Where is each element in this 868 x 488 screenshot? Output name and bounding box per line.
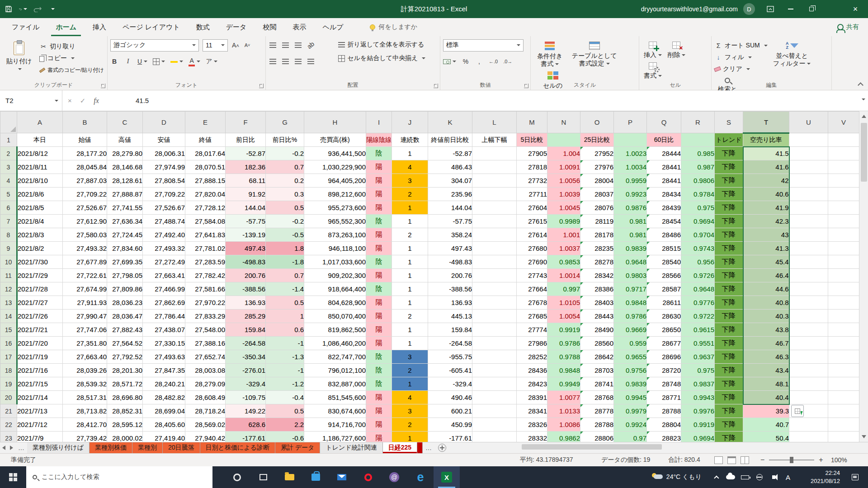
- ime-indicator[interactable]: A: [782, 466, 794, 488]
- cell-B18[interactable]: 28,039.26: [63, 364, 107, 377]
- ribbon-tab-ページ レイアウト[interactable]: ページ レイアウト: [114, 18, 188, 36]
- cell-D6[interactable]: 27,526.67: [143, 201, 185, 215]
- column-header-N[interactable]: N: [547, 112, 580, 133]
- cell-O13[interactable]: 28403: [580, 296, 614, 310]
- cell-N15[interactable]: 0.9919: [547, 323, 580, 337]
- sheet-overflow-right[interactable]: …: [423, 442, 434, 453]
- cell-U9[interactable]: [789, 242, 828, 255]
- cell-T3[interactable]: 41.6: [743, 160, 789, 174]
- cell-H3[interactable]: 1,030,229,900: [304, 160, 366, 174]
- cell-A7[interactable]: 2021/8/4: [17, 215, 63, 228]
- cell-T14[interactable]: 40.3: [743, 310, 789, 323]
- cell-R22[interactable]: 0.9919: [681, 418, 715, 432]
- cell-Q2[interactable]: 28444: [647, 147, 681, 160]
- cell-F20[interactable]: -109.75: [226, 391, 266, 404]
- taskbar-app-store[interactable]: [302, 466, 329, 488]
- cell-G20[interactable]: -0.4: [266, 391, 304, 404]
- cell-O16[interactable]: 28560: [580, 337, 614, 350]
- cell-A17[interactable]: 2021/7/19: [17, 350, 63, 364]
- cell-J20[interactable]: 4: [392, 391, 428, 404]
- column-header-J[interactable]: J: [392, 112, 428, 133]
- cell-H9[interactable]: 946,118,100: [304, 242, 366, 255]
- cell-L12[interactable]: [472, 282, 517, 296]
- align-center-icon[interactable]: [281, 57, 289, 66]
- cell-I14[interactable]: 陽: [366, 310, 392, 323]
- cell-Q23[interactable]: 28823: [647, 432, 681, 442]
- cell-H17[interactable]: 822,747,700: [304, 350, 366, 364]
- cell-K19[interactable]: -329.4: [428, 377, 472, 391]
- row-header-20[interactable]: 20: [0, 391, 17, 404]
- close-button[interactable]: ×: [843, 0, 868, 18]
- cell-K13[interactable]: 136.93: [428, 296, 472, 310]
- cell-R5[interactable]: 0.9784: [681, 188, 715, 201]
- cell-V3[interactable]: [828, 160, 859, 174]
- cell-M14[interactable]: 27685: [517, 310, 547, 323]
- column-header-A[interactable]: A: [17, 112, 63, 133]
- cell-M5[interactable]: 27711: [517, 188, 547, 201]
- cell-O21[interactable]: 28778: [580, 404, 614, 418]
- cell-S23[interactable]: 下降: [715, 432, 743, 442]
- cell-A19[interactable]: 2021/7/15: [17, 377, 63, 391]
- cell-R7[interactable]: 0.9694: [681, 215, 715, 228]
- cell-P13[interactable]: 0.9848: [614, 296, 647, 310]
- onedrive-cloud-icon[interactable]: [724, 466, 737, 488]
- row-header-10[interactable]: 10: [0, 255, 17, 269]
- cell-U15[interactable]: [789, 323, 828, 337]
- cell-H1[interactable]: 売買高(株): [304, 133, 366, 147]
- cell-S6[interactable]: 下降: [715, 201, 743, 215]
- cell-A4[interactable]: 2021/8/10: [17, 174, 63, 188]
- cell-V8[interactable]: [828, 228, 859, 242]
- sort-filter-button[interactable]: AZ 並べ替えとフィルター: [769, 38, 814, 67]
- cell-K1[interactable]: 終値前日比較: [428, 133, 472, 147]
- cell-J17[interactable]: 3: [392, 350, 428, 364]
- cell-R2[interactable]: 0.985: [681, 147, 715, 160]
- cell-F9[interactable]: 497.43: [226, 242, 266, 255]
- cell-H16[interactable]: 1,086,460,200: [304, 337, 366, 350]
- cell-K17[interactable]: -955.75: [428, 350, 472, 364]
- cell-I5[interactable]: 陽: [366, 188, 392, 201]
- cell-A18[interactable]: 2021/7/16: [17, 364, 63, 377]
- cell-M2[interactable]: 27905: [517, 147, 547, 160]
- cell-K16[interactable]: -264.58: [428, 337, 472, 350]
- column-header-O[interactable]: O: [580, 112, 614, 133]
- cell-P23[interactable]: 0.97: [614, 432, 647, 442]
- number-dialog-launcher-icon[interactable]: [524, 84, 528, 88]
- cell-L20[interactable]: [472, 391, 517, 404]
- cell-U1[interactable]: [789, 133, 828, 147]
- cell-S20[interactable]: 下降: [715, 391, 743, 404]
- cell-C21[interactable]: 28,852.31: [107, 404, 143, 418]
- cell-J1[interactable]: 連続数: [392, 133, 428, 147]
- cell-V23[interactable]: [828, 432, 859, 442]
- cell-S12[interactable]: 下降: [715, 282, 743, 296]
- cell-K9[interactable]: 497.43: [428, 242, 472, 255]
- cell-V13[interactable]: [828, 296, 859, 310]
- cell-E8[interactable]: 27,641.83: [185, 228, 226, 242]
- taskbar-app-edge[interactable]: e: [407, 466, 434, 488]
- cell-G6[interactable]: 0.5: [266, 201, 304, 215]
- row-header-15[interactable]: 15: [0, 323, 17, 337]
- cell-R9[interactable]: 0.9743: [681, 242, 715, 255]
- cell-Q21[interactable]: 28788: [647, 404, 681, 418]
- horizontal-scrollbar[interactable]: [520, 444, 854, 450]
- cell-U23[interactable]: [789, 432, 828, 442]
- cell-F10[interactable]: -498.83: [226, 255, 266, 269]
- column-header-L[interactable]: L: [472, 112, 517, 133]
- cell-D21[interactable]: 28,699.04: [143, 404, 185, 418]
- cell-G11[interactable]: 0.7: [266, 269, 304, 282]
- cell-K18[interactable]: -605.41: [428, 364, 472, 377]
- select-all-button[interactable]: [0, 112, 17, 133]
- sheet-nav-left-icon[interactable]: [2, 446, 5, 450]
- sheet-tab-20日騰落[interactable]: 20日騰落: [163, 442, 200, 453]
- cell-J13[interactable]: 1: [392, 296, 428, 310]
- row-header-6[interactable]: 6: [0, 201, 17, 215]
- cell-L9[interactable]: [472, 242, 517, 255]
- sheet-tab-累計 データ[interactable]: 累計 データ: [275, 442, 321, 453]
- cell-P21[interactable]: 0.9979: [614, 404, 647, 418]
- cell-G1[interactable]: 前日比%: [266, 133, 304, 147]
- cell-M23[interactable]: 28332: [517, 432, 547, 442]
- cell-L4[interactable]: [472, 174, 517, 188]
- cell-S18[interactable]: 下降: [715, 364, 743, 377]
- cell-E19[interactable]: 28,279.09: [185, 377, 226, 391]
- cell-B14[interactable]: 27,990.47: [63, 310, 107, 323]
- cell-I20[interactable]: 陽: [366, 391, 392, 404]
